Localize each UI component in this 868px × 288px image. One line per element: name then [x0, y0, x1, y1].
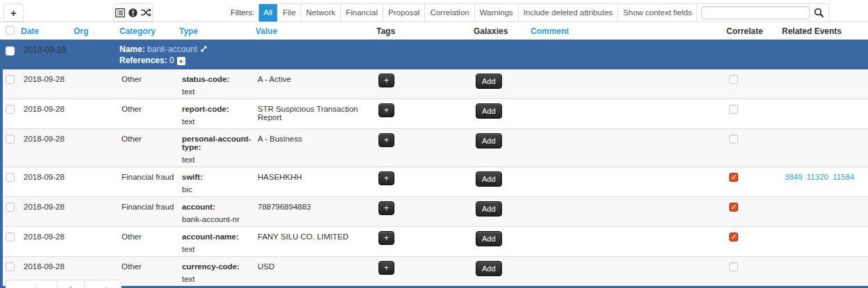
attribute-type: personal-account-type: text [179, 135, 256, 164]
object-header-row: 2018-09-28 Name: bank-account References… [3, 40, 868, 69]
related-event-link[interactable]: 11584 [833, 173, 854, 181]
object-references-label: References: [119, 56, 167, 65]
correlate-checkbox[interactable] [729, 203, 738, 212]
attribute-row: 2018-09-28 Other account-name: text FANY… [3, 226, 868, 256]
correlate-checkbox[interactable] [729, 105, 738, 114]
filter-tab-network[interactable]: Network [301, 4, 340, 22]
column-header-value[interactable]: Value [256, 26, 376, 36]
attribute-row: 2018-09-28 Other personal-account-type: … [3, 128, 868, 167]
attribute-value: HASEHKHH [256, 173, 376, 181]
add-tag-button[interactable]: + [378, 201, 394, 215]
expand-icon[interactable] [200, 45, 208, 53]
attribute-type: status-code: text [179, 75, 256, 96]
plus-sign-icon[interactable]: + [177, 57, 185, 65]
select-checkbox[interactable] [6, 262, 15, 271]
object-name-link[interactable]: bank-account [147, 44, 197, 54]
column-header-related-events: Related Events [782, 26, 868, 36]
attribute-category: Other [119, 232, 179, 241]
related-event-link[interactable]: 3849 [785, 173, 803, 181]
attribute-toolbar: + Filters: All File Network [0, 0, 868, 22]
object-date: 2018-09-28 [21, 44, 74, 55]
attribute-row: 2018-09-28 Other report-code: text STR S… [3, 99, 868, 128]
add-galaxy-button[interactable]: Add [476, 261, 502, 276]
shuffle-icon[interactable] [141, 8, 151, 17]
exclamation-circle-icon[interactable] [128, 8, 137, 17]
add-tag-button[interactable]: + [378, 171, 394, 185]
column-header-comment[interactable]: Comment [531, 26, 726, 36]
add-galaxy-button[interactable]: Add [476, 201, 502, 217]
object-references-count: 0 [169, 56, 174, 65]
correlate-checkbox[interactable] [729, 75, 738, 84]
add-galaxy-button[interactable]: Add [476, 74, 502, 89]
filter-tab-include-deleted[interactable]: Include deleted attributes [518, 4, 618, 22]
column-header-tags: Tags [376, 26, 474, 36]
search-input[interactable] [701, 6, 810, 19]
attribute-value: A - Business [256, 135, 376, 143]
attribute-type: swift: bic [179, 173, 256, 194]
select-checkbox[interactable] [6, 105, 15, 114]
attribute-date: 2018-09-28 [21, 75, 74, 83]
column-header-date[interactable]: Date [21, 26, 74, 36]
plus-icon: + [10, 7, 17, 19]
add-tag-button[interactable]: + [378, 231, 394, 245]
pagination-next[interactable]: next » [85, 280, 121, 288]
correlate-checkbox[interactable] [729, 173, 738, 182]
magnifier-icon[interactable] [814, 8, 824, 18]
attribute-category: Other [119, 75, 179, 83]
filter-tab-warnings[interactable]: Warnings [474, 4, 518, 22]
attribute-type: currency-code: text [179, 262, 256, 283]
filter-tab-proposal[interactable]: Proposal [383, 4, 424, 22]
attribute-date: 2018-09-28 [21, 135, 74, 143]
column-header-org[interactable]: Org [74, 26, 119, 36]
add-tag-button[interactable]: + [378, 261, 394, 275]
related-event-link[interactable]: 11320 [807, 173, 828, 181]
list-alt-icon[interactable] [115, 8, 125, 17]
add-tag-button[interactable]: + [378, 133, 394, 147]
select-checkbox[interactable] [6, 203, 15, 212]
attribute-category: Other [119, 262, 179, 271]
correlate-checkbox[interactable] [729, 135, 738, 144]
attribute-value: STR Suspicious Transaction Report [256, 105, 376, 121]
pagination-previous: « previous [6, 280, 58, 288]
object-name-label: Name: [119, 44, 145, 54]
select-checkbox[interactable] [6, 75, 15, 84]
column-header-correlate: Correlate [726, 26, 782, 36]
column-header-category[interactable]: Category [119, 26, 179, 36]
attribute-date: 2018-09-28 [21, 105, 74, 113]
attribute-date: 2018-09-28 [21, 262, 74, 271]
correlate-checkbox[interactable] [729, 262, 738, 271]
filter-tab-show-context[interactable]: Show context fields [617, 4, 696, 22]
add-galaxy-button[interactable]: Add [476, 231, 502, 246]
add-galaxy-button[interactable]: Add [476, 103, 502, 119]
attribute-row: 2018-09-28 Other currency-code: text USD… [3, 256, 868, 286]
add-galaxy-button[interactable]: Add [476, 133, 502, 149]
table-header-row: Date Org Category Type Value Tags Galaxi… [0, 22, 868, 40]
filters-bar: Filters: All File Network Financial Prop… [231, 3, 829, 22]
attribute-category: Financial fraud [119, 173, 179, 181]
object-summary: Name: bank-account References: 0+ [119, 44, 868, 66]
add-tag-button[interactable]: + [378, 74, 394, 87]
related-events-cell: 3849 11320 11584 [782, 173, 868, 181]
filter-tab-file[interactable]: File [277, 4, 301, 22]
attribute-date: 2018-09-28 [21, 203, 74, 211]
attribute-value: A - Active [256, 75, 376, 83]
column-header-type[interactable]: Type [179, 26, 256, 36]
attribute-type: account-name: text [179, 232, 256, 253]
correlate-checkbox[interactable] [729, 232, 738, 242]
select-all-checkbox[interactable] [6, 26, 15, 35]
add-galaxy-button[interactable]: Add [476, 171, 502, 187]
attribute-date: 2018-09-28 [21, 232, 74, 241]
object-select-checkbox[interactable] [6, 46, 15, 56]
select-checkbox[interactable] [6, 232, 15, 242]
add-attribute-button[interactable]: + [3, 3, 24, 22]
filter-tab-correlation[interactable]: Correlation [424, 4, 474, 22]
select-checkbox[interactable] [6, 135, 15, 144]
filter-tab-all[interactable]: All [259, 4, 278, 22]
select-checkbox[interactable] [6, 173, 15, 182]
attribute-row: 2018-09-28 Financial fraud swift: bic HA… [3, 167, 868, 196]
attribute-row: 2018-09-28 Financial fraud account: bank… [3, 196, 868, 226]
attribute-type: account: bank-account-nr [179, 203, 256, 223]
filter-tab-financial[interactable]: Financial [340, 4, 383, 22]
attribute-value: USD [256, 262, 376, 271]
add-tag-button[interactable]: + [378, 103, 394, 117]
